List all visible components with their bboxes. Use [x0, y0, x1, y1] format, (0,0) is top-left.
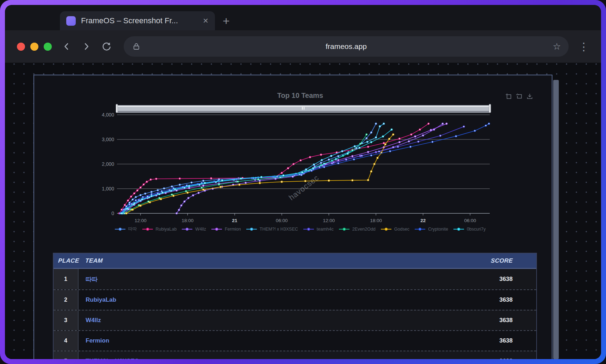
data-point — [221, 180, 223, 182]
table-row: 3W4llz3638 — [54, 310, 536, 330]
data-point — [455, 136, 457, 137]
data-point — [134, 193, 135, 194]
cell-score: 3638 — [459, 290, 536, 310]
col-header-place: PLACE — [53, 257, 79, 264]
data-point — [146, 181, 148, 183]
data-point — [174, 188, 176, 190]
tab-close-icon[interactable]: ✕ — [203, 17, 209, 25]
data-point — [304, 180, 306, 182]
zoom-window-button[interactable] — [44, 43, 52, 51]
legend-label: teamh4c — [317, 227, 334, 232]
legend-item[interactable]: Godsec — [381, 227, 409, 232]
scoreboard-chart: 01,0002,0003,0004,00012:0018:002106:0012… — [96, 101, 505, 235]
legend-item[interactable]: RubiyaLab — [142, 227, 177, 232]
legend-label: Godsec — [394, 227, 409, 232]
data-point — [377, 157, 378, 159]
x-axis-label: 18:00 — [182, 218, 194, 223]
minimize-window-button[interactable] — [30, 43, 38, 51]
reset-zoom-icon[interactable] — [516, 93, 522, 100]
back-button[interactable] — [62, 42, 72, 51]
slider-grip — [302, 107, 303, 110]
data-point — [261, 176, 262, 178]
legend-item[interactable]: W4llz — [182, 227, 206, 232]
x-axis-label: 22 — [420, 218, 426, 223]
data-point — [143, 184, 144, 186]
data-point — [382, 136, 384, 137]
legend-item[interactable]: Fermion — [211, 227, 241, 232]
col-header-team: TEAM — [78, 257, 491, 264]
y-axis-label: 4,000 — [102, 112, 114, 118]
browser-window: FrameOS – Screenshot Fr... ✕ + — [0, 0, 606, 364]
team-link[interactable]: THEM?! x H3XSEC — [79, 351, 459, 359]
data-point — [347, 153, 349, 155]
series-line — [123, 124, 384, 213]
data-point — [220, 186, 222, 188]
series-line — [126, 134, 393, 213]
data-point — [320, 162, 322, 164]
cell-place: 5 — [54, 351, 79, 359]
data-point — [187, 192, 188, 194]
data-point — [419, 129, 421, 131]
legend-item[interactable]: Cryptonite — [415, 227, 448, 232]
y-axis-label: 1,000 — [102, 186, 114, 192]
chart-range-slider[interactable] — [116, 104, 491, 113]
data-point — [410, 146, 412, 148]
data-point — [203, 189, 204, 191]
legend-marker-icon — [142, 229, 153, 230]
data-point — [359, 147, 360, 149]
slider-base — [117, 112, 490, 113]
table-row: 2RubiyaLab3638 — [54, 289, 536, 310]
new-tab-button[interactable]: + — [223, 15, 230, 27]
team-link[interactable]: Fermion — [79, 331, 459, 351]
chart-title: Top 10 Teams — [96, 92, 505, 100]
data-point — [367, 151, 369, 153]
legend-item[interactable]: teamh4c — [303, 227, 334, 232]
slider-handle-right[interactable] — [489, 104, 491, 113]
zoom-select-icon[interactable] — [505, 93, 512, 100]
data-point — [292, 176, 294, 177]
data-point — [186, 185, 188, 187]
browser-tab[interactable]: FrameOS – Screenshot Fr... ✕ — [60, 11, 215, 30]
download-icon[interactable] — [526, 93, 533, 100]
scrollbar-thumb[interactable] — [553, 80, 559, 359]
browser-menu-button[interactable]: ⋮ — [579, 42, 589, 51]
legend-item[interactable]: 따따 — [115, 226, 137, 232]
close-window-button[interactable] — [17, 43, 25, 51]
slider-handle-left[interactable] — [116, 104, 118, 113]
tab-bar: FrameOS – Screenshot Fr... ✕ + — [5, 5, 601, 30]
page-content: Top 10 Teams 01,0002,0003,0004,00012:001… — [5, 63, 601, 359]
legend-marker-icon — [453, 229, 464, 230]
y-axis-label: 3,000 — [102, 137, 114, 142]
data-point — [240, 178, 242, 180]
data-point — [361, 155, 363, 157]
data-point — [379, 126, 381, 127]
data-point — [150, 179, 152, 181]
data-point — [151, 191, 153, 193]
team-link[interactable]: W4llz — [79, 310, 459, 330]
team-link[interactable]: RubiyaLab — [79, 290, 459, 310]
reload-button[interactable] — [101, 41, 112, 52]
legend-item[interactable]: THEM?! x H3XSEC — [246, 227, 298, 232]
data-point — [259, 180, 261, 182]
forward-icon — [81, 42, 91, 51]
legend-item[interactable]: 0bscuri7y — [453, 227, 486, 232]
bookmark-star-icon[interactable]: ☆ — [553, 42, 561, 51]
team-link[interactable]: 따따 — [79, 269, 459, 289]
data-point — [162, 192, 163, 194]
data-point — [383, 142, 385, 144]
data-point — [389, 150, 391, 152]
data-point — [442, 123, 444, 125]
data-point — [283, 175, 284, 176]
data-point — [204, 190, 206, 192]
url-text[interactable]: frameos.app — [124, 42, 569, 51]
data-point — [338, 163, 339, 164]
col-header-score: SCORE — [490, 257, 537, 264]
data-point — [399, 141, 401, 143]
data-point — [281, 181, 283, 183]
data-point — [132, 199, 134, 201]
legend-item[interactable]: 2Even2Odd — [339, 227, 376, 232]
tab-title: FrameOS – Screenshot Fr... — [81, 16, 198, 25]
data-point — [328, 159, 330, 161]
forward-button[interactable] — [81, 42, 91, 51]
address-bar[interactable]: frameos.app ☆ — [124, 36, 569, 57]
